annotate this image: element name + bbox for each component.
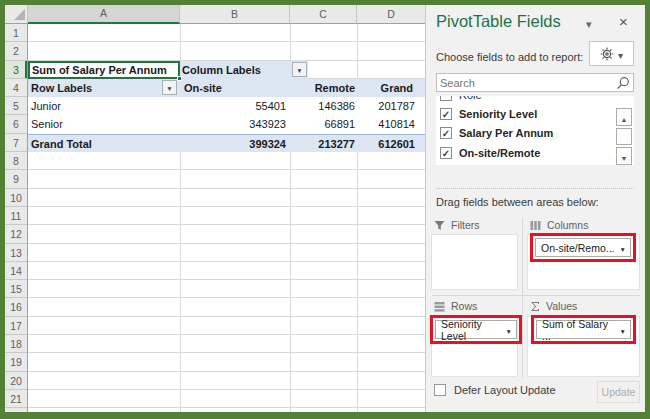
row-header-9[interactable]: 9: [5, 170, 27, 188]
pivot-row-label[interactable]: Junior: [28, 97, 180, 115]
pivot-data-rows: Junior 55401 146386 201787 Senior 343923…: [28, 97, 425, 134]
pivot-row-labels-header[interactable]: Row Labels: [28, 79, 180, 97]
areas-horizontal-divider: [432, 295, 640, 296]
row-header-21[interactable]: 21: [5, 390, 27, 408]
row-header-1[interactable]: 1: [5, 24, 27, 42]
field-label: Role: [459, 96, 482, 101]
row-header-2[interactable]: 2: [5, 42, 27, 60]
pivot-col-onsite[interactable]: On-site: [180, 79, 290, 97]
field-label: Salary Per Annum: [459, 127, 553, 139]
row-header-11[interactable]: 11: [5, 207, 27, 225]
field-item-salary-per-annum[interactable]: Salary Per Annum: [436, 124, 634, 143]
pivot-value[interactable]: 55401: [180, 97, 290, 115]
pivot-row-label[interactable]: Senior: [28, 115, 180, 133]
row-header-14[interactable]: 14: [5, 262, 27, 280]
rows-area-header: Rows: [434, 300, 477, 312]
filters-well[interactable]: [431, 234, 518, 290]
pivot-value[interactable]: 201787: [357, 97, 425, 115]
column-header-b[interactable]: B: [180, 5, 290, 24]
row-header-7[interactable]: 7: [5, 134, 27, 152]
tools-caret-icon: [618, 45, 623, 63]
separator: [436, 188, 634, 189]
scrollbar-thumb[interactable]: [616, 128, 632, 145]
field-label: On-site/Remote: [459, 147, 540, 159]
areas-vertical-divider: [522, 218, 523, 379]
row-header-18[interactable]: 18: [5, 335, 27, 353]
row-header-20[interactable]: 20: [5, 372, 27, 390]
row-header-5[interactable]: 5: [5, 97, 27, 115]
row-header-17[interactable]: 17: [5, 317, 27, 335]
columns-label: Columns: [547, 219, 588, 231]
defer-checkbox-unchecked-icon[interactable]: [434, 384, 446, 396]
scroll-down-icon[interactable]: [616, 147, 632, 165]
field-item-onsite-remote[interactable]: On-site/Remote: [436, 143, 634, 162]
select-all-triangle-icon: [14, 9, 25, 20]
row-header-22[interactable]: 22: [5, 408, 27, 412]
values-field-pill[interactable]: Sum of Salary ...: [536, 320, 631, 339]
pivot-col-remote[interactable]: Remote: [290, 79, 357, 97]
value-field-text: Sum of Salary Per Annum: [32, 64, 167, 76]
tools-button[interactable]: [589, 41, 634, 66]
column-labels-cell[interactable]: Column Labels: [180, 61, 308, 79]
search-input[interactable]: [440, 75, 610, 90]
pill-caret-icon[interactable]: [616, 242, 626, 254]
search-icon: [616, 76, 630, 90]
pivot-value[interactable]: 410814: [357, 115, 425, 133]
update-button[interactable]: Update: [597, 381, 640, 403]
row-header-6[interactable]: 6: [5, 115, 27, 133]
filters-label: Filters: [451, 219, 480, 231]
grand-total-value[interactable]: 612601: [357, 135, 425, 153]
checkbox-checked-icon[interactable]: [440, 108, 452, 120]
pane-options-caret-icon[interactable]: [586, 18, 592, 31]
column-header-a[interactable]: A: [28, 5, 180, 24]
drag-fields-label: Drag fields between areas below:: [436, 196, 599, 208]
field-item-role[interactable]: Role: [436, 96, 634, 104]
row-labels-filter-button[interactable]: [162, 80, 177, 95]
selected-cell-a3[interactable]: Sum of Salary Per Annum: [28, 61, 180, 80]
pane-close-icon[interactable]: [619, 13, 628, 30]
values-field-label: Sum of Salary ...: [542, 318, 616, 342]
field-item-seniority-level[interactable]: Seniority Level: [436, 104, 634, 123]
select-all-corner[interactable]: [5, 5, 28, 24]
cells-grid[interactable]: Row Labels On-site Remote Grand Total Ju…: [28, 24, 425, 412]
row-header-12[interactable]: 12: [5, 225, 27, 243]
grand-total-value[interactable]: 213277: [290, 135, 357, 153]
pivot-value[interactable]: 343923: [180, 115, 290, 133]
checkbox-checked-icon[interactable]: [440, 147, 452, 159]
defer-layout-row: Defer Layout Update: [434, 384, 556, 396]
pane-title: PivotTable Fields: [436, 12, 561, 31]
grand-total-value[interactable]: 399324: [180, 135, 290, 153]
row-header-10[interactable]: 10: [5, 189, 27, 207]
pivot-header-row: Row Labels On-site Remote Grand Total: [28, 79, 425, 97]
row-header-16[interactable]: 16: [5, 298, 27, 316]
checkbox-checked-icon[interactable]: [440, 127, 452, 139]
gear-icon: [600, 47, 614, 61]
row-header-19[interactable]: 19: [5, 353, 27, 371]
row-header-3[interactable]: 3: [5, 61, 27, 79]
pill-caret-icon[interactable]: [616, 324, 626, 336]
pill-caret-icon[interactable]: [502, 324, 512, 336]
column-labels-filter-button[interactable]: [292, 62, 307, 77]
column-header-d[interactable]: D: [357, 5, 425, 24]
row-header-15[interactable]: 15: [5, 280, 27, 298]
checkbox-unchecked-icon[interactable]: [440, 96, 452, 101]
pivot-col-grand-total[interactable]: Grand Total: [357, 79, 425, 97]
row-header-4[interactable]: 4: [5, 79, 27, 97]
choose-fields-label: Choose fields to add to report:: [436, 51, 583, 63]
rows-field-pill[interactable]: Seniority Level: [435, 320, 517, 339]
columns-area-header: Columns: [530, 219, 588, 231]
pivot-value[interactable]: 66891: [290, 115, 357, 133]
fill-handle[interactable]: [177, 76, 182, 81]
row-header-8[interactable]: 8: [5, 152, 27, 170]
grand-total-label[interactable]: Grand Total: [28, 135, 180, 153]
columns-field-pill[interactable]: On-site/Remo...: [535, 238, 631, 257]
pivottable-fields-pane: PivotTable Fields Choose fields to add t…: [425, 5, 645, 412]
scroll-up-icon[interactable]: [616, 108, 632, 126]
row-header-13[interactable]: 13: [5, 244, 27, 262]
fields-list: Role Seniority Level Salary Per Annum On…: [436, 96, 634, 165]
field-label: Seniority Level: [459, 108, 537, 120]
defer-layout-label: Defer Layout Update: [454, 384, 556, 396]
row-headers: 1 2 3 4 5 6 7 8 9 10 11 12 13 14 15 16 1…: [5, 24, 28, 412]
pivot-value[interactable]: 146386: [290, 97, 357, 115]
column-header-c[interactable]: C: [290, 5, 357, 24]
